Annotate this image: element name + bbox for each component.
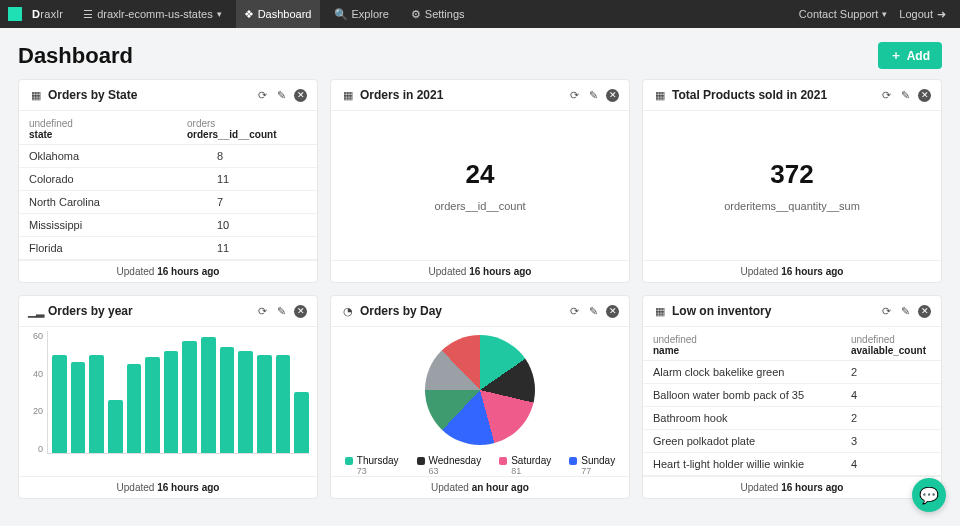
legend-item: Saturday81: [499, 455, 551, 476]
close-icon[interactable]: ✕: [294, 305, 307, 318]
chart-icon: ◔: [341, 305, 354, 318]
card-title: Orders by State: [48, 88, 137, 102]
close-icon[interactable]: ✕: [606, 89, 619, 102]
refresh-icon[interactable]: ⟳: [568, 89, 581, 102]
card-title: Orders in 2021: [360, 88, 443, 102]
kpi-metric: orders__id__count: [434, 200, 525, 212]
bar: [108, 400, 123, 453]
table-icon: ▦: [29, 89, 42, 102]
refresh-icon[interactable]: ⟳: [880, 89, 893, 102]
brand-logo: [8, 7, 22, 21]
table-row: Florida11: [19, 237, 317, 260]
card-low-inventory: ▦ Low on inventory ⟳ ✎ ✕ undefined name …: [642, 295, 942, 499]
contact-support[interactable]: Contact Support ▾: [793, 8, 894, 20]
chevron-down-icon: ▾: [882, 9, 887, 19]
bar: [182, 341, 197, 453]
bar: [89, 355, 104, 453]
legend-item: Wednesday63: [417, 455, 482, 476]
table-row: Green polkadot plate3: [643, 430, 941, 453]
kpi-value: 372: [770, 159, 813, 190]
add-button[interactable]: ＋ Add: [878, 42, 942, 69]
card-footer: Updated 16 hours ago: [643, 476, 941, 498]
chart-icon: ▁▂: [29, 305, 42, 318]
edit-icon[interactable]: ✎: [275, 305, 288, 318]
table-row: Heart t-light holder willie winkie4: [643, 453, 941, 476]
table-row: Mississippi10: [19, 214, 317, 237]
card-title: Low on inventory: [672, 304, 771, 318]
chat-button[interactable]: 💬: [912, 478, 946, 512]
table-header: undefined name undefined available_count: [643, 327, 941, 361]
close-icon[interactable]: ✕: [294, 89, 307, 102]
card-title: Orders by Day: [360, 304, 442, 318]
card-orders-by-day: ◔ Orders by Day ⟳ ✎ ✕ Thursday73Wednesda…: [330, 295, 630, 499]
chat-icon: 💬: [919, 486, 939, 505]
pie-legend: Thursday73Wednesday63Saturday81Sunday77: [345, 455, 615, 476]
dataset-selector[interactable]: ☰ draxlr-ecomm-us-states ▾: [75, 0, 230, 28]
bar: [294, 392, 309, 453]
kpi-metric: orderitems__quantity__sum: [724, 200, 860, 212]
card-footer: Updated 16 hours ago: [331, 260, 629, 282]
table-row: Alarm clock bakelike green2: [643, 361, 941, 384]
search-icon: 🔍: [334, 8, 348, 21]
bar: [201, 337, 216, 453]
y-axis-ticks: 6040200: [25, 331, 43, 454]
card-footer: Updated 16 hours ago: [643, 260, 941, 282]
dashboard-grid: ▦ Orders by State ⟳ ✎ ✕ undefined state …: [0, 79, 960, 517]
edit-icon[interactable]: ✎: [899, 89, 912, 102]
nav-dashboard[interactable]: ❖ Dashboard: [236, 0, 320, 28]
table-row: Colorado11: [19, 168, 317, 191]
page-header: Dashboard ＋ Add: [0, 28, 960, 79]
gauge-icon: ❖: [244, 8, 254, 21]
table-header: undefined state orders orders__id__count: [19, 111, 317, 145]
card-footer: Updated an hour ago: [331, 476, 629, 498]
table-row: North Carolina7: [19, 191, 317, 214]
edit-icon[interactable]: ✎: [587, 89, 600, 102]
edit-icon[interactable]: ✎: [275, 89, 288, 102]
card-orders-by-state: ▦ Orders by State ⟳ ✎ ✕ undefined state …: [18, 79, 318, 283]
bar: [238, 351, 253, 453]
bar: [145, 357, 160, 453]
refresh-icon[interactable]: ⟳: [256, 305, 269, 318]
legend-item: Sunday77: [569, 455, 615, 476]
logout-button[interactable]: Logout ➜: [893, 8, 952, 21]
bar-chart: 6040200: [19, 327, 317, 476]
close-icon[interactable]: ✕: [918, 305, 931, 318]
logout-icon: ➜: [937, 8, 946, 21]
refresh-icon[interactable]: ⟳: [256, 89, 269, 102]
card-orders-by-year: ▁▂ Orders by year ⟳ ✎ ✕ 6040200 Updated …: [18, 295, 318, 499]
nav-settings[interactable]: ⚙ Settings: [403, 0, 473, 28]
bar: [257, 355, 272, 453]
edit-icon[interactable]: ✎: [587, 305, 600, 318]
chevron-down-icon: ▾: [217, 9, 222, 19]
card-products-2021: ▦ Total Products sold in 2021 ⟳ ✎ ✕ 372 …: [642, 79, 942, 283]
bar: [220, 347, 235, 453]
table-row: Oklahoma8: [19, 145, 317, 168]
top-nav: Draxlr ☰ draxlr-ecomm-us-states ▾ ❖ Dash…: [0, 0, 960, 28]
nav-explore[interactable]: 🔍 Explore: [326, 0, 397, 28]
table-row: Bathroom hook2: [643, 407, 941, 430]
brand-name[interactable]: Draxlr: [32, 8, 63, 20]
edit-icon[interactable]: ✎: [899, 305, 912, 318]
legend-item: Thursday73: [345, 455, 399, 476]
gear-icon: ⚙: [411, 8, 421, 21]
bar: [52, 355, 67, 453]
page-title: Dashboard: [18, 43, 133, 69]
table-row: Balloon water bomb pack of 354: [643, 384, 941, 407]
bar: [276, 355, 291, 453]
card-title: Total Products sold in 2021: [672, 88, 827, 102]
database-icon: ☰: [83, 8, 93, 21]
pie-chart: Thursday73Wednesday63Saturday81Sunday77: [331, 327, 629, 476]
table-icon: ▦: [653, 89, 666, 102]
card-footer: Updated 16 hours ago: [19, 476, 317, 498]
kpi-value: 24: [466, 159, 495, 190]
bar: [127, 364, 142, 453]
close-icon[interactable]: ✕: [606, 305, 619, 318]
refresh-icon[interactable]: ⟳: [568, 305, 581, 318]
card-footer: Updated 16 hours ago: [19, 260, 317, 282]
table-icon: ▦: [341, 89, 354, 102]
card-orders-2021: ▦ Orders in 2021 ⟳ ✎ ✕ 24 orders__id__co…: [330, 79, 630, 283]
plus-icon: ＋: [890, 47, 902, 64]
refresh-icon[interactable]: ⟳: [880, 305, 893, 318]
bar: [164, 351, 179, 453]
close-icon[interactable]: ✕: [918, 89, 931, 102]
